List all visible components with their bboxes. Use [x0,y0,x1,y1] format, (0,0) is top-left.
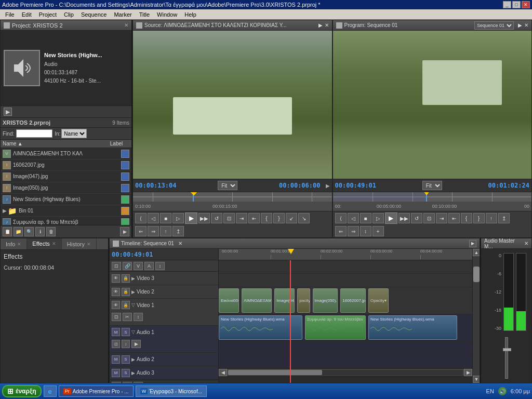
menu-window[interactable]: Window [154,10,180,19]
project-panel-close[interactable]: ✕ [124,22,128,28]
tl-bottom-btn1[interactable]: ↙ [112,382,121,383]
delete-button[interactable]: 🗑 [46,227,56,236]
tl-bottom-btn3[interactable]: ↗ [134,382,143,383]
source-safe-btn[interactable]: ⊡ [223,213,235,223]
source-overwrite-btn[interactable]: ↘ [298,213,310,223]
tl-snap-btn[interactable]: ⊡ [112,262,121,270]
scroll-up-btn[interactable]: ▲ [473,249,480,256]
source-frame-back-btn[interactable]: ◁ [148,213,159,223]
find-button[interactable]: 🔍 [24,227,34,236]
program-undo-btn[interactable]: ⇐ [335,226,347,236]
timeline-close[interactable]: ✕ [178,241,182,246]
in-select-dropdown[interactable]: Name [61,129,87,138]
video1-expand-btn[interactable]: ▽ [131,302,135,308]
video2-eye-btn[interactable]: 👁 [112,288,120,296]
menu-edit[interactable]: Edit [19,10,35,19]
source-play-btn[interactable]: ▶ [185,212,197,224]
program-extract-btn[interactable]: ↥ [498,213,510,223]
source-stop-btn[interactable]: ■ [160,213,171,223]
menu-clip[interactable]: Clip [61,10,77,19]
tl-bottom-btn2[interactable]: ↔ [123,382,132,383]
tab-effects[interactable]: Effects ✕ [27,238,61,249]
video1-clip-3[interactable]: pacity▾ [297,288,310,313]
menu-sequence[interactable]: Sequence [78,10,110,19]
program-sequence-select[interactable]: Sequence 01 [474,21,514,30]
panel-menu-button[interactable]: ▶ [120,227,129,236]
video2-lock-btn[interactable]: 🔒 [122,288,130,296]
start-button[interactable]: ⊞ έναρξη [2,385,42,397]
fader-knob[interactable] [503,348,511,351]
program-safe-btn[interactable]: ⊡ [423,213,435,223]
program-add-edit-btn[interactable]: + [373,226,384,236]
fader-track[interactable] [505,337,508,379]
audio1-track-row[interactable]: New Stories (Highway Blues).wma Συμφωνία… [219,314,472,341]
audio1-clip-2[interactable]: New Stories (Highway Blues).wma [368,315,457,340]
scroll-track-v[interactable] [473,256,480,376]
video1-clip-1[interactable]: ΛΙΜΝΟΔΕΞΑΜΕΝΗ... [242,288,272,313]
audio2-mute-btn[interactable]: M [112,355,120,364]
file-item[interactable]: I Image(050).jpg [1,182,131,194]
program-play-btn[interactable]: ▶ [385,212,397,224]
audio2-track-row[interactable] [219,341,472,355]
source-extract-btn[interactable]: ↥ [172,226,184,236]
scroll-thumb-h[interactable] [228,370,322,375]
video1-tool2[interactable]: ✂ [123,313,132,321]
close-button[interactable]: ✕ [522,1,530,8]
video2-expand-btn[interactable]: ▶ [131,289,135,295]
taskbar-ie-item[interactable]: e [44,385,57,397]
audio3-expand-btn[interactable]: ▶ [131,370,135,376]
menu-project[interactable]: Project [36,10,60,19]
program-out-btn[interactable]: ⇥ [436,213,447,223]
tab-info[interactable]: Info ✕ [1,238,27,249]
scroll-down-btn[interactable]: ▼ [473,376,480,383]
audio-master-close[interactable]: ✕ [524,241,528,246]
program-monitor-menu[interactable]: ▶ [518,22,522,28]
audio3-track-row[interactable] [219,355,472,368]
audio1-expand-btn[interactable]: ▽ [131,329,135,335]
tab-history[interactable]: History ✕ [62,238,97,249]
source-monitor-close[interactable]: ✕ [325,22,329,28]
source-fit-select[interactable]: Fit [218,181,237,190]
program-timeline-bar[interactable] [333,192,532,202]
audio1-tool2[interactable]: ↕ [122,340,130,348]
source-duration[interactable]: 00:00:06:00 [279,182,320,189]
file-item[interactable]: I 16062007.jpg [1,159,131,171]
video3-track-row[interactable] [219,260,472,274]
video1-track-row[interactable]: Εικόνα008.jpg ΛΙΜΝΟΔΕΞΑΜΕΝΗ... Image(047… [219,287,472,314]
video1-eye-btn[interactable]: 👁 [112,301,120,309]
find-input[interactable] [16,129,52,138]
source-lift-btn[interactable]: ↑ [160,226,171,236]
scroll-right-btn[interactable]: ▶ [464,369,472,376]
timeline-menu-button[interactable]: ▶ [469,240,476,247]
file-item[interactable]: ♪ Συμφωνία αρ. 9 του Μπετόβ [1,217,131,225]
video1-clip-5[interactable]: 16062007.jpg [340,288,366,313]
tab-history-close[interactable]: ✕ [87,242,91,247]
source-undo-btn[interactable]: ⇐ [135,226,147,236]
program-frame-back-btn[interactable]: ◁ [348,213,359,223]
program-step-back-btn[interactable]: ⟨ [335,213,347,223]
audio2-expand-btn[interactable]: ▶ [131,357,135,362]
audio3-mute-btn[interactable]: M [112,369,120,377]
program-monitor-close[interactable]: ✕ [524,22,528,28]
program-mark-out-btn[interactable]: } [473,213,485,223]
video1-clip-0[interactable]: Εικόνα008.jpg [219,288,239,313]
program-redo-btn[interactable]: ⇒ [348,226,359,236]
name-col-header[interactable]: Name ▲ [3,141,103,147]
tl-link-btn[interactable]: 🔗 [123,262,132,270]
tl-add-audio-btn[interactable]: A [144,262,154,270]
audio1-tool1[interactable]: ⊡ [112,340,120,348]
video3-expand-btn[interactable]: ▶ [131,276,135,281]
source-in-btn[interactable]: ⇤ [248,213,260,223]
timeline-hscrollbar[interactable]: ◀ ▶ [219,368,472,376]
info-button[interactable]: ℹ [35,227,45,236]
taskbar-premiere-item[interactable]: Pr Adobe Premiere Pro - ... [59,385,134,397]
menu-help[interactable]: Help [181,10,200,19]
source-monitor-menu[interactable]: ▶ [318,22,323,28]
audio1-solo-btn[interactable]: S [122,328,130,336]
source-timecode[interactable]: 00:00:13:04 [135,182,176,189]
program-mark-in-btn[interactable]: { [461,213,472,223]
video2-track-row[interactable] [219,274,472,287]
scroll-thumb-v[interactable] [473,267,480,282]
tracks-vscrollbar[interactable]: ▲ ▼ [472,249,480,383]
video1-tool1[interactable]: ⊡ [112,313,121,321]
